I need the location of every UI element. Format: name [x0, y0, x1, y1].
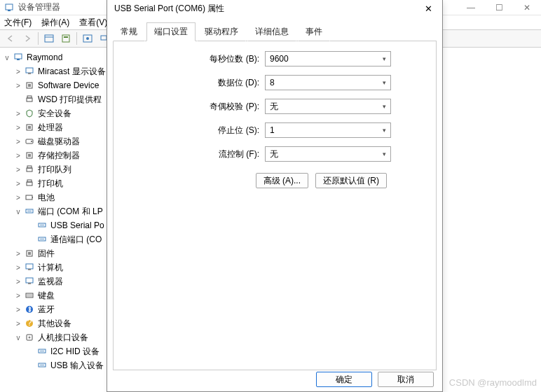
- dropdown[interactable]: 8▾: [265, 75, 391, 90]
- chevron-down-icon: ▾: [383, 127, 386, 134]
- tool-help[interactable]: [80, 31, 95, 46]
- close-button[interactable]: ✕: [513, 0, 541, 15]
- tab-details[interactable]: 详细信息: [247, 22, 296, 41]
- tree-label: 蓝牙: [38, 304, 55, 316]
- window-controls: — ☐ ✕: [457, 0, 541, 15]
- tree-label: 人机接口设备: [38, 332, 88, 344]
- field-label: 每秒位数 (B):: [125, 53, 265, 65]
- device-category-icon: [24, 136, 35, 147]
- tree-label: Software Device: [38, 80, 99, 90]
- tree-label: 存储控制器: [38, 150, 80, 162]
- tree-label: USB Serial Po: [50, 220, 104, 230]
- expand-icon[interactable]: >: [14, 68, 22, 76]
- expand-icon[interactable]: v: [14, 208, 22, 216]
- tab-general[interactable]: 常规: [113, 22, 145, 41]
- device-category-icon: [24, 122, 35, 133]
- maximize-button[interactable]: ☐: [485, 0, 513, 15]
- expand-icon[interactable]: >: [14, 166, 22, 174]
- properties-dialog: USB Serial Port (COM6) 属性 ✕ 常规 端口设置 驱动程序…: [107, 0, 443, 392]
- tool-show-hidden[interactable]: [41, 31, 57, 46]
- svg-rect-1: [8, 10, 11, 11]
- svg-point-7: [86, 37, 89, 40]
- svg-point-35: [40, 225, 41, 226]
- forward-button[interactable]: [20, 31, 35, 46]
- button-row: 高级 (A)... 还原默认值 (R): [125, 173, 425, 188]
- tab-driver[interactable]: 驱动程序: [197, 22, 246, 41]
- svg-rect-11: [17, 59, 20, 60]
- expand-icon[interactable]: >: [14, 320, 22, 328]
- dropdown[interactable]: 无▾: [265, 99, 391, 114]
- main-title: 设备管理器: [18, 1, 60, 13]
- dropdown-value: 8: [270, 78, 275, 88]
- menu-file[interactable]: 文件(F): [4, 17, 32, 29]
- form-field: 流控制 (F):无▾: [125, 146, 425, 162]
- device-icon: [36, 346, 48, 357]
- device-category-icon: [24, 80, 35, 91]
- expand-icon[interactable]: >: [14, 292, 22, 300]
- svg-point-39: [40, 239, 41, 240]
- tree-label: 磁盘驱动器: [38, 136, 80, 148]
- computer-icon: [13, 52, 24, 63]
- expand-icon[interactable]: >: [14, 82, 22, 90]
- tree-label: 安全设备: [38, 108, 71, 120]
- tree-label: 电池: [38, 192, 55, 204]
- expand-icon[interactable]: >: [14, 180, 22, 188]
- expand-icon[interactable]: v: [3, 54, 11, 62]
- menu-action[interactable]: 操作(A): [41, 17, 69, 29]
- svg-point-41: [43, 239, 44, 240]
- dropdown[interactable]: 无▾: [265, 146, 391, 162]
- expand-icon[interactable]: >: [14, 264, 22, 272]
- svg-point-32: [29, 211, 30, 212]
- expand-icon[interactable]: >: [14, 250, 22, 258]
- svg-point-33: [30, 211, 32, 212]
- device-category-icon: [24, 262, 35, 273]
- advanced-button[interactable]: 高级 (A)...: [256, 173, 308, 188]
- tree-label: 其他设备: [38, 318, 71, 330]
- dropdown[interactable]: 1▾: [265, 122, 391, 138]
- device-category-icon: [24, 108, 35, 119]
- svg-point-36: [41, 225, 43, 226]
- toolbar-separator: [76, 32, 77, 45]
- expand-icon[interactable]: >: [14, 278, 22, 286]
- menu-view[interactable]: 查看(V): [79, 17, 107, 29]
- tree-label: 固件: [38, 248, 55, 260]
- back-button[interactable]: [3, 31, 18, 46]
- device-category-icon: [24, 290, 35, 301]
- dropdown-value: 9600: [270, 54, 289, 64]
- device-category-icon: [24, 276, 35, 287]
- device-category-icon: ?: [24, 318, 35, 329]
- svg-rect-17: [27, 96, 32, 98]
- minimize-button[interactable]: —: [457, 0, 485, 15]
- expand-icon[interactable]: v: [14, 334, 22, 342]
- chevron-down-icon: ▾: [383, 55, 386, 62]
- restore-defaults-button[interactable]: 还原默认值 (R): [315, 173, 387, 188]
- svg-point-58: [41, 351, 43, 352]
- expand-icon[interactable]: >: [14, 194, 22, 202]
- tab-events[interactable]: 事件: [298, 22, 330, 41]
- svg-rect-4: [62, 35, 69, 42]
- tree-label: 处理器: [38, 122, 63, 134]
- svg-rect-46: [26, 278, 33, 283]
- tree-label: 打印机: [38, 178, 63, 190]
- dropdown[interactable]: 9600▾: [265, 51, 391, 66]
- svg-rect-24: [27, 168, 32, 172]
- cancel-button[interactable]: 取消: [378, 372, 434, 387]
- tree-label: 通信端口 (CO: [50, 234, 102, 246]
- expand-icon[interactable]: >: [14, 306, 22, 314]
- expand-icon[interactable]: >: [14, 138, 22, 146]
- tab-port-settings[interactable]: 端口设置: [146, 22, 196, 41]
- tree-label: I2C HID 设备: [50, 346, 100, 358]
- tool-properties[interactable]: [58, 31, 74, 46]
- device-category-icon: [24, 192, 35, 203]
- dropdown-value: 1: [270, 125, 275, 135]
- svg-point-57: [40, 351, 41, 352]
- expand-icon[interactable]: >: [14, 152, 22, 160]
- field-label: 停止位 (S):: [125, 125, 265, 136]
- svg-rect-45: [28, 269, 31, 270]
- expand-icon[interactable]: >: [14, 124, 22, 132]
- dialog-close-button[interactable]: ✕: [414, 0, 442, 17]
- svg-point-61: [40, 365, 41, 366]
- expand-icon[interactable]: >: [14, 110, 22, 118]
- svg-rect-28: [26, 195, 32, 200]
- ok-button[interactable]: 确定: [316, 372, 372, 387]
